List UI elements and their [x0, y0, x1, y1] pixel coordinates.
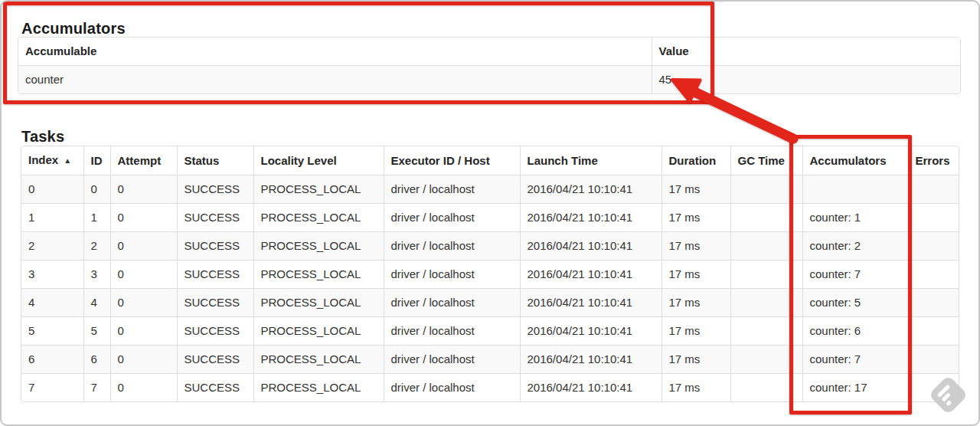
task-launch-time-cell: 2016/04/21 10:10:41 — [520, 204, 662, 232]
task-index-cell: 7 — [21, 374, 83, 402]
task-launch-time-cell: 2016/04/21 10:10:41 — [520, 232, 662, 261]
task-accumulators-cell: counter: 5 — [802, 289, 908, 317]
accumulable-name-cell: counter — [18, 66, 652, 94]
task-duration-cell: 17 ms — [662, 346, 730, 374]
col-header-index-label: Index — [28, 153, 58, 166]
col-header-index[interactable]: Index▲ — [21, 146, 83, 175]
task-gc-time-cell — [730, 204, 802, 232]
table-row: 6 6 0 SUCCESS PROCESS_LOCAL driver / loc… — [21, 346, 959, 374]
col-header-duration[interactable]: Duration — [662, 146, 730, 175]
task-executor-cell: driver / localhost — [384, 175, 520, 204]
task-locality-cell: PROCESS_LOCAL — [253, 346, 384, 374]
table-header-row: Accumulable Value — [18, 38, 961, 66]
task-gc-time-cell — [730, 232, 802, 261]
task-status-cell: SUCCESS — [177, 289, 253, 317]
task-attempt-cell: 0 — [110, 204, 177, 232]
task-attempt-cell: 0 — [110, 346, 177, 374]
task-accumulators-cell: counter: 2 — [802, 232, 908, 261]
task-duration-cell: 17 ms — [662, 175, 730, 204]
table-row: counter 45 — [18, 66, 961, 94]
col-header-attempt[interactable]: Attempt — [110, 146, 177, 175]
task-errors-cell — [908, 261, 959, 289]
task-errors-cell — [908, 317, 959, 346]
task-locality-cell: PROCESS_LOCAL — [253, 175, 384, 204]
task-id-cell: 7 — [83, 374, 110, 402]
task-id-cell: 3 — [83, 261, 110, 289]
task-duration-cell: 17 ms — [662, 317, 730, 346]
task-launch-time-cell: 2016/04/21 10:10:41 — [520, 346, 662, 374]
task-attempt-cell: 0 — [110, 175, 177, 204]
task-id-cell: 5 — [83, 317, 110, 346]
task-locality-cell: PROCESS_LOCAL — [253, 317, 384, 346]
task-attempt-cell: 0 — [110, 261, 177, 289]
task-attempt-cell: 0 — [110, 232, 177, 261]
task-locality-cell: PROCESS_LOCAL — [253, 261, 384, 289]
task-executor-cell: driver / localhost — [384, 374, 520, 402]
task-gc-time-cell — [730, 346, 802, 374]
col-header-errors[interactable]: Errors — [908, 146, 959, 175]
table-row: 0 0 0 SUCCESS PROCESS_LOCAL driver / loc… — [21, 175, 959, 204]
col-header-accumulable[interactable]: Accumulable — [18, 38, 652, 66]
col-header-value[interactable]: Value — [652, 38, 961, 66]
col-header-gc-time[interactable]: GC Time — [730, 146, 802, 175]
task-launch-time-cell: 2016/04/21 10:10:41 — [520, 289, 662, 317]
task-status-cell: SUCCESS — [177, 346, 253, 374]
task-duration-cell: 17 ms — [662, 289, 730, 317]
task-index-cell: 5 — [21, 317, 83, 346]
tasks-table: Index▲ ID Attempt Status Locality Level … — [21, 146, 959, 402]
task-index-cell: 6 — [21, 346, 83, 374]
task-executor-cell: driver / localhost — [384, 289, 520, 317]
task-gc-time-cell — [730, 175, 802, 204]
task-status-cell: SUCCESS — [177, 261, 253, 289]
task-accumulators-cell: counter: 6 — [802, 317, 908, 346]
task-launch-time-cell: 2016/04/21 10:10:41 — [520, 317, 662, 346]
task-gc-time-cell — [730, 317, 802, 346]
table-row: 1 1 0 SUCCESS PROCESS_LOCAL driver / loc… — [21, 204, 959, 232]
task-accumulators-cell: counter: 7 — [802, 261, 908, 289]
task-id-cell: 6 — [83, 346, 110, 374]
table-header-row: Index▲ ID Attempt Status Locality Level … — [21, 146, 959, 175]
task-executor-cell: driver / localhost — [384, 232, 520, 261]
col-header-accumulators[interactable]: Accumulators — [802, 146, 908, 175]
task-status-cell: SUCCESS — [177, 317, 253, 346]
task-status-cell: SUCCESS — [177, 204, 253, 232]
col-header-locality-level[interactable]: Locality Level — [253, 146, 384, 175]
task-accumulators-cell: counter: 1 — [802, 204, 908, 232]
task-accumulators-cell — [802, 175, 908, 204]
col-header-launch-time[interactable]: Launch Time — [520, 146, 662, 175]
task-id-cell: 1 — [83, 204, 110, 232]
table-row: 3 3 0 SUCCESS PROCESS_LOCAL driver / loc… — [21, 261, 959, 289]
task-duration-cell: 17 ms — [662, 204, 730, 232]
task-attempt-cell: 0 — [110, 374, 177, 402]
task-gc-time-cell — [730, 261, 802, 289]
col-header-status[interactable]: Status — [177, 146, 253, 175]
task-attempt-cell: 0 — [110, 317, 177, 346]
task-executor-cell: driver / localhost — [384, 317, 520, 346]
tasks-section-title: Tasks — [21, 128, 64, 145]
task-errors-cell — [908, 232, 959, 261]
task-status-cell: SUCCESS — [177, 232, 253, 261]
col-header-executor-id-host[interactable]: Executor ID / Host — [384, 146, 520, 175]
sort-ascending-icon: ▲ — [64, 156, 71, 165]
table-row: 7 7 0 SUCCESS PROCESS_LOCAL driver / loc… — [21, 374, 959, 402]
task-locality-cell: PROCESS_LOCAL — [253, 374, 384, 402]
col-header-id[interactable]: ID — [83, 146, 110, 175]
task-executor-cell: driver / localhost — [384, 261, 520, 289]
task-id-cell: 0 — [83, 175, 110, 204]
task-attempt-cell: 0 — [110, 289, 177, 317]
table-row: 5 5 0 SUCCESS PROCESS_LOCAL driver / loc… — [21, 317, 959, 346]
task-id-cell: 2 — [83, 232, 110, 261]
task-locality-cell: PROCESS_LOCAL — [253, 289, 384, 317]
task-accumulators-cell: counter: 17 — [802, 374, 908, 402]
task-launch-time-cell: 2016/04/21 10:10:41 — [520, 261, 662, 289]
task-errors-cell — [908, 204, 959, 232]
task-launch-time-cell: 2016/04/21 10:10:41 — [520, 374, 662, 402]
accumulators-section-title: Accumulators — [21, 20, 126, 37]
task-index-cell: 1 — [21, 204, 83, 232]
task-errors-cell — [908, 289, 959, 317]
task-errors-cell — [908, 175, 959, 204]
task-status-cell: SUCCESS — [177, 175, 253, 204]
task-gc-time-cell — [730, 289, 802, 317]
task-locality-cell: PROCESS_LOCAL — [253, 232, 384, 261]
feedly-badge-stripe — [946, 400, 952, 406]
